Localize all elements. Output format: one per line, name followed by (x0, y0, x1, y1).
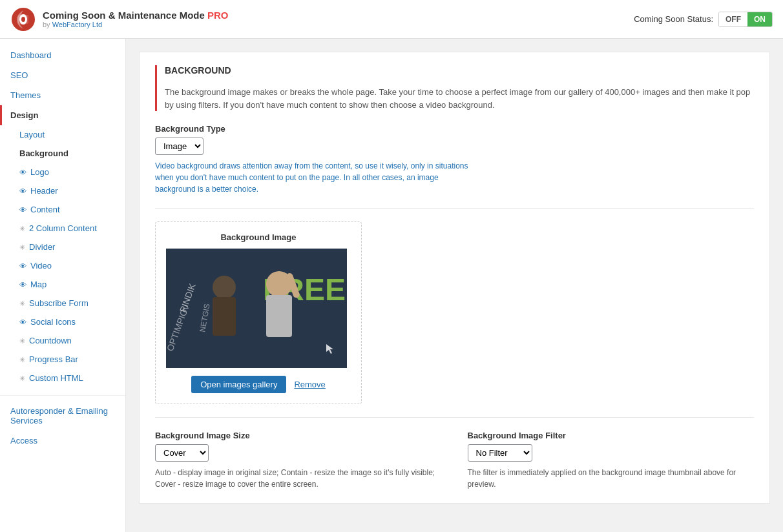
bg-thumbnail-svg: FREE PINDIK NETGIS ΟΡΤΙΜΡΙΟν (166, 249, 347, 368)
eye-icon-video (19, 261, 26, 271)
bg-size-select[interactable]: Auto Contain Cover (155, 444, 209, 462)
eye-icon-header (19, 186, 26, 196)
special-icon-divider (19, 242, 25, 252)
sidebar-item-subscribe-form[interactable]: Subscribe Form (0, 294, 125, 312)
sidebar-item-countdown[interactable]: Countdown (0, 331, 125, 350)
sidebar: Dashboard SEO Themes Design Layout Backg… (0, 39, 126, 532)
bg-type-label: Background Type (155, 124, 754, 134)
sidebar-item-layout[interactable]: Layout (0, 125, 125, 144)
section-intro: BACKGROUND The background image makes or… (155, 65, 754, 111)
bg-size-col: Background Image Size Auto Contain Cover… (155, 431, 442, 490)
bg-filter-help: The filter is immediately applied on the… (468, 467, 755, 490)
status-label: Coming Soon Status: (634, 14, 713, 24)
main-layout: Dashboard SEO Themes Design Layout Backg… (0, 39, 783, 532)
bg-filter-label: Background Image Filter (468, 431, 755, 440)
app-logo-icon (10, 6, 36, 32)
pro-badge: PRO (207, 10, 229, 21)
eye-icon-logo (19, 167, 26, 177)
divider-2 (155, 417, 754, 418)
intro-text: The background image makes or breaks the… (165, 86, 754, 111)
sidebar-item-autoresponder[interactable]: Autoresponder & Emailing Services (0, 401, 125, 431)
special-icon-2col (19, 223, 25, 233)
bg-filter-select[interactable]: No Filter Blur Grayscale Sepia Brightnes… (468, 444, 532, 462)
sidebar-item-progress-bar[interactable]: Progress Bar (0, 350, 125, 369)
sidebar-item-custom-html[interactable]: Custom HTML (0, 369, 125, 387)
sidebar-item-map[interactable]: Map (0, 275, 125, 294)
sidebar-item-seo[interactable]: SEO (0, 65, 125, 85)
sidebar-item-design[interactable]: Design (0, 105, 125, 125)
bg-type-select[interactable]: Image Video Color (155, 138, 204, 155)
section-title: BACKGROUND (165, 65, 754, 79)
sidebar-item-2col[interactable]: 2 Column Content (0, 219, 125, 238)
svg-point-6 (213, 276, 236, 299)
coming-soon-toggle[interactable]: OFF ON (718, 12, 773, 27)
sidebar-item-header[interactable]: Header (0, 181, 125, 200)
sidebar-item-logo[interactable]: Logo (0, 163, 125, 181)
special-icon-custom-html (19, 373, 25, 383)
webfactory-link[interactable]: WebFactory Ltd (52, 21, 102, 28)
sidebar-item-divider[interactable]: Divider (0, 238, 125, 256)
toggle-on[interactable]: ON (747, 12, 772, 26)
bg-image-thumbnail: FREE PINDIK NETGIS ΟΡΤΙΜΡΙΟν (166, 249, 347, 368)
sidebar-item-video[interactable]: Video (0, 256, 125, 275)
svg-point-2 (21, 17, 25, 22)
app-name-text: Coming Soon & Maintenance Mode (43, 10, 205, 21)
divider-1 (155, 208, 754, 209)
svg-rect-4 (166, 249, 347, 368)
background-panel: BACKGROUND The background image makes or… (139, 52, 770, 504)
eye-icon-social (19, 317, 26, 327)
sidebar-item-background[interactable]: Background (0, 144, 125, 163)
image-settings-row: Background Image Size Auto Contain Cover… (155, 431, 754, 490)
bg-size-label: Background Image Size (155, 431, 442, 440)
special-icon-progress (19, 354, 25, 364)
app-subtitle: by WebFactory Ltd (43, 21, 229, 28)
bg-image-box-title: Background Image (166, 232, 351, 242)
special-icon-countdown (19, 336, 25, 345)
eye-icon-content (19, 205, 26, 214)
special-icon-subscribe (19, 298, 25, 308)
remove-image-link[interactable]: Remove (294, 380, 325, 389)
bg-size-help: Auto - display image in original size; C… (155, 467, 442, 490)
toggle-off[interactable]: OFF (719, 12, 747, 26)
status-area: Coming Soon Status: OFF ON (634, 12, 773, 27)
app-header: Coming Soon & Maintenance Mode PRO by We… (0, 0, 783, 39)
video-help-text: Video background draws attention away fr… (155, 160, 478, 195)
sidebar-item-social-icons[interactable]: Social Icons (0, 312, 125, 331)
app-title: Coming Soon & Maintenance Mode PRO by We… (43, 10, 229, 28)
bg-filter-col: Background Image Filter No Filter Blur G… (468, 431, 755, 490)
background-type-field: Background Type Image Video Color Video … (155, 124, 754, 195)
sidebar-item-content[interactable]: Content (0, 200, 125, 219)
eye-icon-map (19, 280, 26, 289)
svg-rect-9 (266, 295, 292, 337)
bg-image-actions: Open images gallery Remove (166, 376, 351, 393)
open-gallery-button[interactable]: Open images gallery (191, 376, 286, 393)
main-content: BACKGROUND The background image makes or… (126, 39, 783, 532)
sidebar-item-access[interactable]: Access (0, 431, 125, 451)
logo-area: Coming Soon & Maintenance Mode PRO by We… (10, 6, 229, 32)
sidebar-item-dashboard[interactable]: Dashboard (0, 45, 125, 65)
background-image-box: Background Image FREE (155, 221, 362, 404)
svg-rect-7 (213, 297, 236, 336)
sidebar-item-themes[interactable]: Themes (0, 85, 125, 105)
